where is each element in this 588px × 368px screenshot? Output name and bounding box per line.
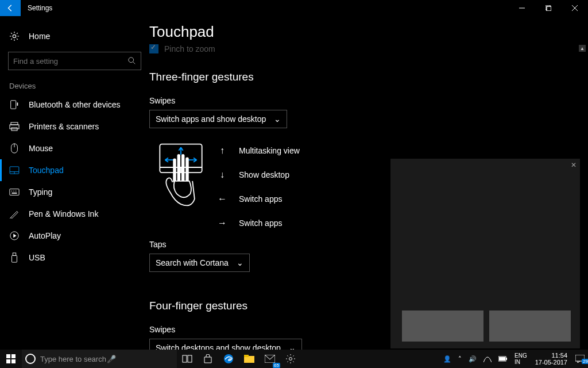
touchpad-icon (9, 165, 20, 175)
svg-rect-40 (499, 357, 505, 361)
notification-panel: ✕ (390, 159, 580, 348)
clock[interactable]: 11:54 17-05-2017 (531, 352, 572, 366)
maximize-button[interactable] (535, 0, 562, 16)
mail-icon[interactable]: 65 (260, 350, 280, 368)
sidebar-item-bluetooth[interactable]: Bluetooth & other devices (0, 94, 149, 116)
arrow-up-icon: ↑ (216, 145, 229, 156)
mic-icon[interactable]: 🎤 (107, 355, 173, 363)
page-title: Touchpad (149, 23, 588, 41)
explorer-icon[interactable] (239, 350, 260, 368)
sidebar-item-label: Printers & scanners (29, 122, 99, 131)
sidebar-item-printers[interactable]: Printers & scanners (0, 116, 149, 137)
svg-rect-31 (183, 355, 187, 362)
swipes-label: Swipes (149, 96, 588, 105)
sidebar-item-typing[interactable]: Typing (0, 181, 149, 203)
store-icon[interactable] (198, 350, 218, 368)
battery-icon[interactable] (495, 356, 511, 362)
three-finger-taps-dropdown[interactable]: Search with Cortana ⌄ (149, 254, 250, 272)
svg-rect-28 (11, 354, 16, 358)
gear-icon (9, 31, 20, 41)
arrow-right-icon: → (216, 218, 229, 228)
dropdown-value: Switch apps and show desktop (156, 114, 266, 124)
autoplay-icon (9, 231, 20, 241)
svg-rect-39 (506, 358, 507, 360)
window-title: Settings (28, 4, 52, 12)
edge-icon[interactable] (218, 350, 239, 368)
action-tile[interactable] (489, 310, 571, 342)
svg-rect-21 (13, 253, 16, 256)
scroll-up-button[interactable]: ▲ (579, 45, 586, 52)
settings-search-input[interactable] (13, 57, 128, 66)
svg-rect-30 (11, 359, 16, 363)
usb-icon (9, 252, 20, 263)
volume-icon[interactable]: 🔊 (465, 355, 480, 363)
svg-point-3 (13, 34, 16, 37)
chevron-down-icon: ⌄ (274, 114, 281, 124)
gesture-up-row: ↑Multitasking view (216, 139, 300, 163)
sidebar-item-label: Touchpad (29, 166, 64, 175)
sidebar-item-pen[interactable]: Pen & Windows Ink (0, 203, 149, 225)
gesture-label: Multitasking view (239, 146, 300, 155)
sidebar-item-label: Mouse (29, 144, 53, 153)
start-button[interactable] (0, 350, 22, 368)
svg-rect-5 (11, 101, 16, 109)
close-icon[interactable]: ✕ (571, 161, 577, 169)
sidebar-item-usb[interactable]: USB (0, 247, 149, 269)
touchpad-gesture-illustration (149, 139, 212, 228)
pen-icon (9, 209, 20, 219)
chevron-down-icon: ⌄ (237, 258, 243, 267)
gesture-right-row: →Switch apps (216, 211, 300, 235)
close-button[interactable] (562, 0, 588, 16)
svg-rect-8 (10, 125, 19, 129)
scrollbar[interactable]: ▲ (579, 45, 587, 344)
gesture-label: Show desktop (239, 170, 289, 179)
sidebar-item-touchpad[interactable]: Touchpad (0, 159, 149, 181)
sidebar-item-mouse[interactable]: Mouse (0, 137, 149, 159)
sidebar-item-autoplay[interactable]: AutoPlay (0, 225, 149, 247)
network-icon[interactable] (480, 355, 495, 362)
svg-rect-29 (6, 359, 10, 363)
gesture-down-row: ↓Show desktop (216, 163, 300, 187)
tray-chevron-icon[interactable]: ˄ (455, 355, 465, 363)
settings-search[interactable] (8, 52, 141, 70)
dropdown-value: Search with Cortana (156, 258, 229, 267)
settings-taskbar-icon[interactable] (280, 350, 301, 368)
sidebar-item-label: Pen & Windows Ink (29, 209, 98, 218)
checkbox-checked-icon (149, 44, 158, 53)
svg-rect-35 (244, 355, 249, 357)
action-tile[interactable] (402, 310, 483, 342)
three-finger-swipes-dropdown[interactable]: Switch apps and show desktop ⌄ (149, 110, 287, 128)
svg-rect-22 (12, 255, 17, 262)
mail-badge: 65 (273, 363, 280, 368)
checkbox-label: Pinch to zoom (164, 44, 215, 53)
svg-point-18 (16, 190, 16, 191)
taskbar: Type here to search 🎤 65 👤 ˄ 🔊 ENG IN 11… (0, 350, 588, 368)
taskbar-search-placeholder: Type here to search (40, 355, 107, 363)
arrow-left-icon: ← (216, 194, 229, 204)
task-view-button[interactable] (177, 350, 198, 368)
svg-point-16 (11, 190, 12, 191)
home-nav[interactable]: Home (0, 26, 149, 46)
gesture-label: Switch apps (239, 194, 282, 204)
taskbar-search[interactable]: Type here to search 🎤 (22, 350, 177, 368)
back-button[interactable] (0, 0, 21, 16)
pinch-zoom-checkbox-row[interactable]: Pinch to zoom (149, 44, 588, 53)
gesture-label: Switch apps (239, 218, 282, 228)
section-header: Devices (0, 78, 149, 94)
three-finger-heading: Three-finger gestures (149, 71, 588, 83)
arrow-down-icon: ↓ (216, 170, 229, 180)
svg-point-4 (129, 57, 134, 63)
language-indicator[interactable]: ENG IN (511, 352, 531, 365)
dropdown-value: Switch desktops and show desktop (156, 343, 281, 350)
cortana-icon (25, 354, 36, 364)
four-finger-swipes-dropdown[interactable]: Switch desktops and show desktop ⌄ (149, 339, 302, 350)
printer-icon (9, 121, 20, 132)
sidebar-item-label: Bluetooth & other devices (29, 100, 121, 109)
home-label: Home (29, 32, 50, 41)
chevron-down-icon: ⌄ (289, 343, 296, 350)
action-center-icon[interactable]: 29 (572, 355, 588, 363)
minimize-button[interactable] (509, 0, 535, 16)
people-icon[interactable]: 👤 (440, 355, 455, 363)
svg-rect-1 (547, 6, 551, 11)
svg-point-37 (289, 358, 292, 361)
